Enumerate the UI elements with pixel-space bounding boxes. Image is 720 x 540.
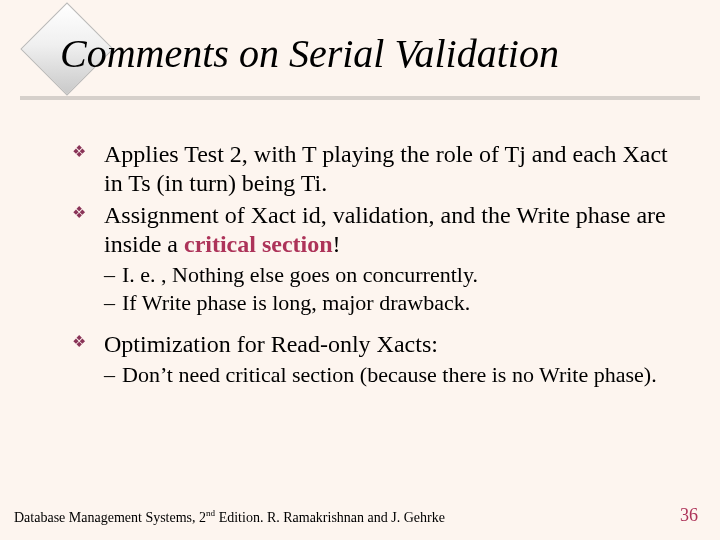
sub-bullet-item: – Don’t need critical section (because t… bbox=[104, 361, 672, 389]
footer-text: Database Management Systems, 2nd Edition… bbox=[14, 508, 445, 526]
slide-title: Comments on Serial Validation bbox=[60, 30, 559, 77]
critical-section-emphasis: critical section bbox=[184, 231, 333, 257]
bullet-item: ❖ Optimization for Read-only Xacts: bbox=[72, 330, 672, 359]
bullet-item: ❖ Assignment of Xact id, validation, and… bbox=[72, 201, 672, 260]
sub-bullet-group: – Don’t need critical section (because t… bbox=[104, 361, 672, 389]
sub-bullet-text: I. e. , Nothing else goes on concurrentl… bbox=[122, 262, 478, 287]
title-underline bbox=[20, 96, 700, 100]
diamond-bullet-icon: ❖ bbox=[72, 142, 86, 162]
footer-superscript: nd bbox=[206, 508, 215, 518]
footer-part: Edition. R. Ramakrishnan and J. Gehrke bbox=[215, 510, 445, 525]
diamond-bullet-icon: ❖ bbox=[72, 203, 86, 223]
sub-bullet-item: – I. e. , Nothing else goes on concurren… bbox=[104, 261, 672, 289]
diamond-bullet-icon: ❖ bbox=[72, 332, 86, 352]
dash-bullet-icon: – bbox=[104, 361, 115, 389]
bullet-text-part: ! bbox=[333, 231, 341, 257]
bullet-text: Optimization for Read-only Xacts: bbox=[104, 331, 438, 357]
sub-bullet-group: – I. e. , Nothing else goes on concurren… bbox=[104, 261, 672, 316]
bullet-text: Applies Test 2, with T playing the role … bbox=[104, 141, 668, 196]
page-number: 36 bbox=[680, 505, 698, 526]
sub-bullet-item: – If Write phase is long, major drawback… bbox=[104, 289, 672, 317]
sub-bullet-text: Don’t need critical section (because the… bbox=[122, 362, 657, 387]
footer-part: Database Management Systems, 2 bbox=[14, 510, 206, 525]
dash-bullet-icon: – bbox=[104, 289, 115, 317]
sub-bullet-text: If Write phase is long, major drawback. bbox=[122, 290, 470, 315]
dash-bullet-icon: – bbox=[104, 261, 115, 289]
slide-body: ❖ Applies Test 2, with T playing the rol… bbox=[72, 140, 672, 389]
bullet-item: ❖ Applies Test 2, with T playing the rol… bbox=[72, 140, 672, 199]
